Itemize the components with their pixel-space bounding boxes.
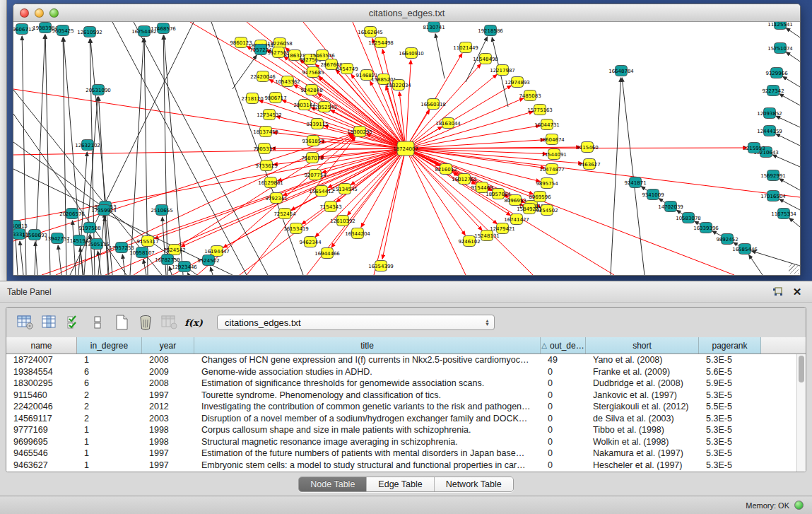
table-cell-pagerank[interactable]: 5.3E-5 (699, 437, 761, 447)
graph-edge-black[interactable] (58, 245, 61, 275)
table-cell-year[interactable]: 2012 (142, 402, 194, 411)
table-cell-year[interactable]: 2009 (142, 367, 194, 377)
table-cell-short[interactable]: Tibbo et al. (1998) (586, 425, 699, 435)
table-cell-pagerank[interactable]: 5.3E-5 (699, 414, 761, 424)
table-cell-year[interactable]: 1997 (142, 390, 194, 400)
table-cell-pagerank[interactable]: 5.3E-5 (699, 448, 761, 458)
table-row[interactable]: 1456911722003Disruption of a novel membe… (6, 413, 806, 425)
table-cell-pagerank[interactable]: 5.3E-5 (699, 460, 761, 470)
table-cell-pagerank[interactable]: 5.9E-5 (699, 378, 761, 388)
graph-edge-red[interactable] (406, 86, 511, 148)
table-cell-year[interactable]: 1997 (142, 448, 194, 458)
close-panel-icon[interactable]: ✕ (789, 286, 805, 298)
graph-edge-black[interactable] (786, 52, 800, 62)
table-row[interactable]: 946554611997Estimation of the future num… (6, 448, 806, 460)
tab-edge-table[interactable]: Edge Table (367, 477, 434, 491)
table-cell-short[interactable]: Dudbridge et al. (2008) (586, 378, 699, 388)
graph-edge-red[interactable] (278, 148, 406, 181)
select-columns-button[interactable] (63, 313, 84, 332)
table-cell-year[interactable]: 1998 (142, 425, 194, 435)
table-cell-pagerank[interactable]: 5.3E-5 (699, 355, 761, 365)
table-cell-in_degree[interactable]: 1 (77, 425, 142, 435)
table-cell-in_degree[interactable]: 2 (77, 414, 142, 424)
table-cell-out_degree[interactable]: 49 (541, 355, 586, 365)
table-cell-short[interactable]: Hescheler et al. (1997) (586, 460, 699, 470)
vertical-scrollbar[interactable] (796, 354, 806, 472)
table-cell-year[interactable]: 1998 (142, 437, 194, 447)
graph-edge-black[interactable] (435, 34, 445, 78)
table-cell-title[interactable]: Tourette syndrome. Phenomenology and cla… (194, 390, 541, 400)
table-cell-title[interactable]: Structural magnetic resonance image aver… (194, 437, 541, 447)
table-row[interactable]: 977716911998Corpus callosum shape and si… (6, 424, 806, 436)
column-header-title[interactable]: title (194, 337, 541, 354)
graph-edge-black[interactable] (211, 267, 213, 275)
table-cell-name[interactable]: 14569117 (6, 414, 77, 424)
table-cell-name[interactable]: 22420046 (6, 402, 77, 411)
graph-edge-black[interactable] (749, 255, 763, 275)
table-cell-in_degree[interactable]: 6 (77, 367, 142, 377)
graph-edge-black[interactable] (622, 78, 645, 275)
table-cell-name[interactable]: 9465546 (6, 448, 77, 458)
table-cell-short[interactable]: Stergiakouli et al. (2012) (586, 402, 699, 411)
table-cell-in_degree[interactable]: 1 (77, 460, 142, 470)
new-column-button[interactable] (111, 313, 132, 332)
graph-edge-red[interactable] (374, 148, 406, 275)
table-cell-title[interactable]: Corpus callosum shape and size in male p… (194, 425, 541, 435)
graph-edge-black[interactable] (772, 155, 800, 167)
network-graph[interactable]: 1872400798601231891295418226058952750981… (13, 22, 800, 275)
table-cell-pagerank[interactable]: 5.5E-5 (699, 402, 761, 411)
column-header-name[interactable]: name (6, 337, 77, 354)
row-height-button[interactable] (87, 313, 108, 332)
close-window-button[interactable] (20, 8, 29, 18)
table-cell-out_degree[interactable]: 0 (541, 448, 586, 458)
table-cell-pagerank[interactable]: 5.6E-5 (699, 367, 761, 377)
network-window-titlebar[interactable]: citations_edges.txt (13, 4, 800, 22)
table-cell-out_degree[interactable]: 0 (541, 367, 586, 377)
table-cell-title[interactable]: Embryonic stem cells: a model to study s… (194, 460, 541, 470)
table-cell-out_degree[interactable]: 0 (541, 378, 586, 388)
graph-edge-red[interactable] (406, 140, 545, 148)
table-cell-in_degree[interactable]: 2 (77, 390, 142, 400)
table-row[interactable]: 1872400712008Changes of HCN gene express… (6, 354, 806, 366)
column-header-in_degree[interactable]: in_degree (77, 337, 142, 354)
table-cell-short[interactable]: Jankovic et al. (1997) (586, 390, 699, 400)
table-cell-in_degree[interactable]: 1 (77, 437, 142, 447)
table-cell-in_degree[interactable]: 1 (77, 355, 142, 365)
table-cell-name[interactable]: 9699695 (6, 437, 77, 447)
graph-edge-red[interactable] (399, 92, 406, 148)
table-cell-name[interactable]: 9777169 (6, 425, 77, 435)
graph-edge-red[interactable] (317, 93, 406, 148)
graph-edge-black[interactable] (779, 94, 800, 105)
table-cell-pagerank[interactable]: 5.3E-5 (699, 425, 761, 435)
function-builder-button[interactable]: f(x) (183, 313, 204, 332)
table-cell-short[interactable]: Nakamura et al. (1997) (586, 448, 699, 458)
graph-edge-black[interactable] (187, 273, 189, 275)
scrollbar-thumb[interactable] (799, 356, 804, 382)
table-row[interactable]: 2242004622012Investigating the contribut… (6, 401, 806, 413)
tab-network-table[interactable]: Network Table (435, 477, 513, 491)
graph-edge-black[interactable] (783, 76, 800, 87)
graph-edge-red[interactable] (328, 148, 406, 187)
table-cell-out_degree[interactable]: 0 (541, 425, 586, 435)
graph-edge-black[interactable] (163, 217, 166, 275)
show-columns-button[interactable] (39, 313, 60, 332)
network-table-selector[interactable]: citations_edges.txt ▲▼ (217, 315, 495, 330)
minimize-window-button[interactable] (35, 8, 44, 18)
table-cell-name[interactable]: 9463627 (6, 460, 77, 470)
graph-edge-black[interactable] (779, 179, 800, 190)
table-cell-out_degree[interactable]: 0 (541, 414, 586, 424)
table-row[interactable]: 1830029562008Estimation of significance … (6, 378, 806, 390)
column-header-short[interactable]: short (586, 337, 699, 354)
graph-edge-red[interactable] (406, 60, 411, 148)
table-cell-title[interactable]: Estimation of significance thresholds fo… (194, 378, 541, 388)
graph-edge-red[interactable] (382, 148, 406, 259)
table-cell-short[interactable]: Franke et al. (2009) (586, 367, 699, 377)
graph-edge-black[interactable] (20, 241, 23, 275)
table-cell-name[interactable]: 18724007 (6, 355, 77, 365)
graph-edge-red[interactable] (406, 148, 800, 197)
table-cell-in_degree[interactable]: 2 (77, 402, 142, 411)
tab-node-table[interactable]: Node Table (299, 477, 367, 491)
table-cell-out_degree[interactable]: 0 (541, 390, 586, 400)
table-cell-title[interactable]: Estimation of the future numbers of pati… (194, 448, 541, 458)
column-header-pagerank[interactable]: pagerank (699, 337, 761, 354)
